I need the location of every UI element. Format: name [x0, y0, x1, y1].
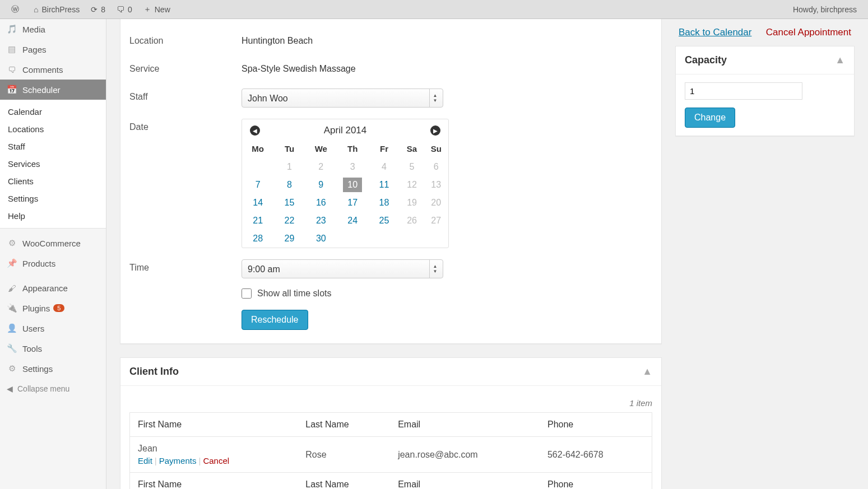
- time-select[interactable]: 9:00 am: [242, 260, 443, 278]
- calendar-day[interactable]: 22: [280, 213, 299, 228]
- calendar-day[interactable]: 18: [374, 195, 393, 210]
- calendar-day[interactable]: 8: [280, 178, 299, 192]
- calendar-day[interactable]: 7: [248, 178, 267, 192]
- submenu-item-help[interactable]: Help: [0, 207, 106, 225]
- time-select-wrap[interactable]: 9:00 am ▲▼: [242, 259, 443, 278]
- submenu-item-calendar[interactable]: Calendar: [0, 103, 106, 120]
- column-header[interactable]: Phone: [540, 473, 652, 490]
- capacity-input[interactable]: [685, 82, 802, 100]
- calendar-next-button[interactable]: ▶: [430, 125, 440, 136]
- sidebar-item-comments[interactable]: 🗨Comments: [0, 59, 106, 80]
- column-header[interactable]: Phone: [540, 413, 652, 437]
- sidebar-item-label: WooCommerce: [22, 239, 81, 248]
- collapse-label: Collapse menu: [17, 384, 69, 393]
- side-actions: Back to Calendar Cancel Appointment: [675, 19, 855, 46]
- calendar-day-disabled: 4: [368, 158, 400, 176]
- calendar-dow: Tu: [273, 139, 305, 158]
- admin-sidebar: 🎵Media▤Pages🗨Comments📅SchedulerCalendarL…: [0, 19, 106, 489]
- comments-link[interactable]: 🗨0: [111, 0, 138, 19]
- back-to-calendar-link[interactable]: Back to Calendar: [679, 27, 751, 38]
- submenu-item-services[interactable]: Services: [0, 155, 106, 173]
- sidebar-item-label: Tools: [22, 344, 42, 353]
- capacity-title: Capacity: [685, 54, 727, 66]
- table-row: JeanEdit|Payments|CancelRosejean.rose@ab…: [130, 437, 652, 473]
- sidebar-item-pages[interactable]: ▤Pages: [0, 39, 106, 59]
- sidebar-item-plugins[interactable]: 🔌Plugins5: [0, 298, 106, 318]
- collapse-icon: ◀: [7, 384, 13, 393]
- submenu-item-clients[interactable]: Clients: [0, 173, 106, 190]
- staff-select-wrap[interactable]: John Woo ▲▼: [242, 89, 443, 108]
- change-capacity-button[interactable]: Change: [685, 108, 735, 128]
- calendar-day[interactable]: 15: [280, 195, 299, 210]
- calendar-day-disabled: 19: [400, 194, 424, 212]
- collapse-menu[interactable]: ◀ Collapse menu: [0, 379, 106, 399]
- column-header[interactable]: Email: [390, 413, 540, 437]
- column-header[interactable]: First Name: [130, 413, 298, 437]
- calendar-day[interactable]: 29: [280, 231, 299, 246]
- calendar-day[interactable]: 9: [312, 178, 331, 192]
- column-header[interactable]: Last Name: [298, 473, 390, 490]
- calendar-day[interactable]: 24: [343, 213, 362, 228]
- new-content-link[interactable]: ＋New: [138, 0, 176, 19]
- client-email: jean.rose@abc.com: [390, 437, 540, 473]
- calendar-title: April 2014: [324, 125, 367, 136]
- service-label: Service: [129, 55, 242, 83]
- datepicker: ◀ April 2014 ▶ MoTuWeThFrSaSu 1234567891…: [242, 119, 449, 248]
- calendar-day[interactable]: 21: [248, 213, 267, 228]
- column-header[interactable]: Email: [390, 473, 540, 490]
- my-account[interactable]: Howdy, birchpress: [787, 0, 862, 19]
- toggle-panel-icon[interactable]: ▲: [642, 366, 652, 378]
- comment-icon: 🗨: [117, 5, 124, 14]
- sidebar-item-scheduler[interactable]: 📅Scheduler: [0, 80, 106, 100]
- toggle-panel-icon[interactable]: ▲: [835, 54, 845, 66]
- sidebar-item-label: Media: [22, 25, 45, 34]
- client-info-title: Client Info: [129, 366, 179, 378]
- calendar-day[interactable]: 28: [248, 231, 267, 246]
- cancel-link[interactable]: Cancel: [203, 456, 229, 465]
- calendar-day[interactable]: 11: [374, 178, 393, 192]
- submenu-item-locations[interactable]: Locations: [0, 120, 106, 138]
- site-name-link[interactable]: ⌂BirchPress: [28, 0, 85, 19]
- staff-select[interactable]: John Woo: [242, 89, 443, 107]
- sidebar-item-products[interactable]: 📌Products: [0, 253, 106, 273]
- cancel-appointment-link[interactable]: Cancel Appointment: [766, 27, 851, 38]
- sidebar-item-users[interactable]: 👤Users: [0, 318, 106, 338]
- payments-link[interactable]: Payments: [159, 456, 197, 465]
- appointment-box: Location Huntington Beach Service Spa-St…: [120, 19, 662, 344]
- sidebar-item-label: Users: [22, 324, 44, 333]
- edit-link[interactable]: Edit: [138, 456, 152, 465]
- calendar-day[interactable]: 14: [248, 195, 267, 210]
- calendar-day[interactable]: 23: [312, 213, 331, 228]
- reschedule-button[interactable]: Reschedule: [242, 310, 308, 330]
- sidebar-item-settings[interactable]: ⚙Settings: [0, 358, 106, 379]
- column-header[interactable]: First Name: [130, 473, 298, 490]
- sidebar-item-media[interactable]: 🎵Media: [0, 19, 106, 39]
- calendar-day-disabled: 20: [424, 194, 448, 212]
- updates-link[interactable]: ⟳8: [85, 0, 111, 19]
- calendar-day[interactable]: 25: [374, 213, 393, 228]
- calendar-dow: Fr: [368, 139, 400, 158]
- wrench-icon: 🔧: [6, 343, 18, 354]
- column-header[interactable]: Last Name: [298, 413, 390, 437]
- new-label: New: [155, 5, 170, 14]
- plus-icon: ＋: [143, 4, 151, 15]
- submenu-item-settings[interactable]: Settings: [0, 190, 106, 207]
- calendar-prev-button[interactable]: ◀: [250, 125, 260, 136]
- calendar-day[interactable]: 17: [343, 195, 362, 210]
- show-all-slots-checkbox[interactable]: [242, 288, 252, 299]
- wp-logo[interactable]: ⓦ: [6, 0, 28, 19]
- gear-icon: ⚙: [6, 237, 18, 249]
- calendar-day[interactable]: 10: [343, 178, 362, 192]
- sidebar-item-label: Products: [22, 259, 55, 268]
- client-phone: 562-642-6678: [540, 437, 652, 473]
- calendar-day-disabled: 12: [400, 176, 424, 194]
- sidebar-item-appearance[interactable]: 🖌Appearance: [0, 278, 106, 298]
- sidebar-item-woocommerce[interactable]: ⚙WooCommerce: [0, 233, 106, 253]
- updates-count: 8: [101, 5, 105, 14]
- admin-bar: ⓦ ⌂BirchPress ⟳8 🗨0 ＋New Howdy, birchpre…: [0, 0, 868, 19]
- submenu-item-staff[interactable]: Staff: [0, 138, 106, 155]
- calendar-day-disabled: 2: [305, 158, 337, 176]
- calendar-day[interactable]: 16: [312, 195, 331, 210]
- sidebar-item-tools[interactable]: 🔧Tools: [0, 338, 106, 358]
- calendar-day[interactable]: 30: [312, 231, 331, 246]
